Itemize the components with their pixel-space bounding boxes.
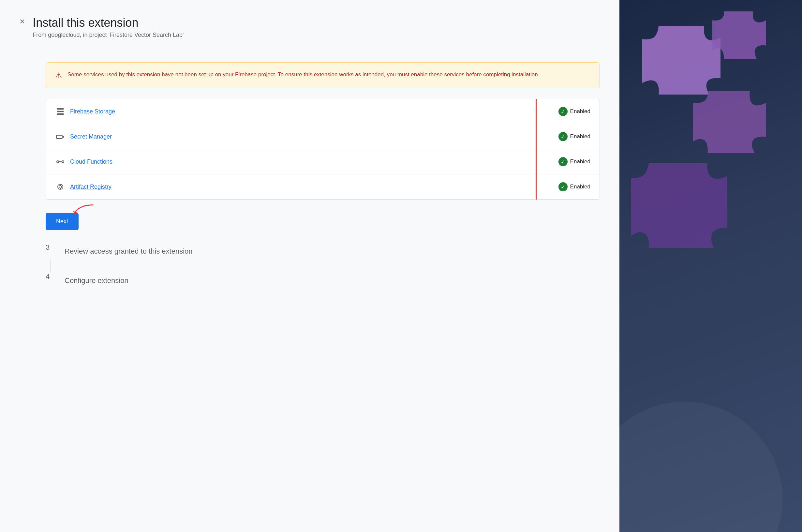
key-icon xyxy=(55,131,65,142)
puzzle-piece-3 xyxy=(629,156,747,261)
header-text: Install this extension From googlecloud,… xyxy=(33,16,184,38)
main-panel: × Install this extension From googleclou… xyxy=(0,0,619,532)
service-left-3: Artifact Registry xyxy=(55,182,112,192)
warning-text: Some services used by this extension hav… xyxy=(68,71,539,79)
storage-icon xyxy=(55,106,65,117)
services-card: Firebase Storage ✓ Enabled xyxy=(46,99,600,200)
functions-icon xyxy=(55,156,65,167)
svg-rect-2 xyxy=(57,113,64,115)
puzzle-piece-4 xyxy=(711,6,776,72)
service-name-3[interactable]: Artifact Registry xyxy=(70,184,112,190)
svg-point-6 xyxy=(57,161,59,163)
status-badge-2: ✓ Enabled xyxy=(558,157,590,166)
step-item-0: 3 Review access granted to this extensio… xyxy=(46,243,600,260)
header: × Install this extension From googleclou… xyxy=(20,16,600,38)
warning-icon: ⚠ xyxy=(55,71,62,80)
steps-section: 3 Review access granted to this extensio… xyxy=(46,243,600,289)
service-name-2[interactable]: Cloud Functions xyxy=(70,158,113,165)
step-item-1: 4 Configure extension xyxy=(46,272,600,289)
service-left-2: Cloud Functions xyxy=(55,156,113,167)
page-subtitle: From googlecloud, in project 'Firestore … xyxy=(33,32,184,38)
step-label-1: Configure extension xyxy=(64,272,129,289)
close-button[interactable]: × xyxy=(20,17,25,26)
service-row-3: Artifact Registry ✓ Enabled xyxy=(46,174,599,200)
check-icon-0: ✓ xyxy=(558,107,568,116)
svg-marker-13 xyxy=(72,211,77,215)
service-row: Firebase Storage ✓ Enabled xyxy=(46,99,599,124)
step-container: ⚠ Some services used by this extension h… xyxy=(46,62,600,289)
status-badge-3: ✓ Enabled xyxy=(558,182,590,191)
service-name-0[interactable]: Firebase Storage xyxy=(70,108,115,115)
service-left-0: Firebase Storage xyxy=(55,106,115,117)
page-title: Install this extension xyxy=(33,16,184,30)
right-panel xyxy=(619,0,802,532)
check-icon-2: ✓ xyxy=(558,157,568,166)
check-icon-1: ✓ xyxy=(558,132,568,141)
service-left-1: Secret Manager xyxy=(55,131,112,142)
service-row-1: Secret Manager ✓ Enabled xyxy=(46,124,599,149)
registry-icon xyxy=(55,182,65,192)
svg-point-9 xyxy=(59,186,62,188)
status-badge-0: ✓ Enabled xyxy=(558,107,590,116)
step-label-0: Review access granted to this extension xyxy=(64,243,193,260)
step-number-1: 4 xyxy=(46,272,55,281)
svg-point-7 xyxy=(62,161,64,163)
service-row-2: Cloud Functions ✓ Enabled xyxy=(46,149,599,174)
puzzle-container xyxy=(619,0,802,532)
step-number-0: 3 xyxy=(46,243,55,252)
next-button-wrapper: Next xyxy=(46,213,79,243)
warning-banner: ⚠ Some services used by this extension h… xyxy=(46,62,600,88)
status-badge-1: ✓ Enabled xyxy=(558,132,590,141)
svg-rect-0 xyxy=(57,108,64,110)
step-connector-0 xyxy=(50,260,51,272)
header-divider xyxy=(20,49,600,49)
check-icon-3: ✓ xyxy=(558,182,568,191)
svg-rect-3 xyxy=(56,135,62,138)
svg-rect-1 xyxy=(57,111,64,112)
service-name-1[interactable]: Secret Manager xyxy=(70,133,112,140)
